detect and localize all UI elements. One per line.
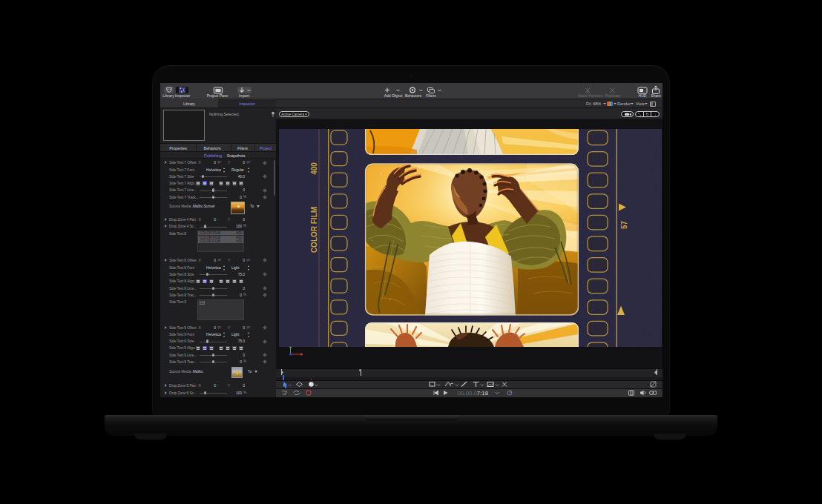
svg-text:00.00.07:18: 00.00.07:18 — [458, 390, 488, 397]
svg-text:57: 57 — [620, 221, 628, 230]
svg-text:400: 400 — [310, 162, 318, 175]
svg-text:COLOR FILM: COLOR FILM — [310, 207, 318, 253]
